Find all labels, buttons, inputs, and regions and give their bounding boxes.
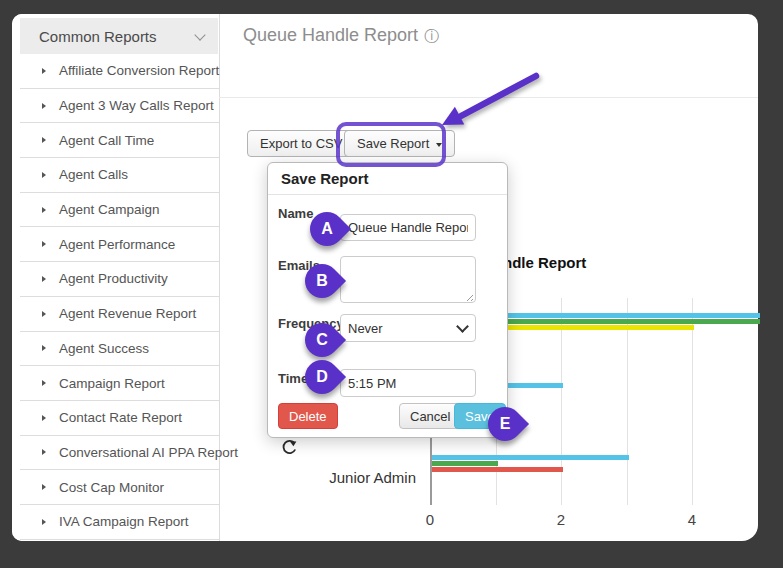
export-to-csv-button[interactable]: Export to CSV	[247, 130, 355, 157]
sidebar-item[interactable]: Agent Performance	[20, 227, 219, 262]
sidebar-item-label: Agent Productivity	[59, 271, 168, 286]
caret-right-icon	[42, 241, 46, 247]
emails-field[interactable]	[340, 256, 476, 303]
sidebar-item[interactable]: Conversational AI PPA Report	[20, 436, 219, 471]
sidebar-item[interactable]: Agent Calls	[20, 158, 219, 193]
sidebar-item-label: Agent Success	[59, 341, 149, 356]
sidebar-item-label: Agent Campaign	[59, 202, 160, 217]
caret-right-icon	[42, 68, 46, 74]
caret-right-icon	[42, 380, 46, 386]
sidebar-item[interactable]: Agent Campaign	[20, 193, 219, 228]
badge-d-annotation: D	[298, 353, 346, 401]
sidebar-item-label: Agent 3 Way Calls Report	[59, 98, 214, 113]
header-divider	[219, 97, 758, 98]
save-report-button-label: Save Report	[357, 136, 429, 151]
info-icon[interactable]: ⓘ	[424, 27, 439, 44]
chart-x-tick-label: 2	[557, 511, 565, 528]
chart-bar	[432, 455, 629, 460]
sidebar-item-label: Agent Performance	[59, 237, 175, 252]
sidebar-item-label: Agent Revenue Report	[59, 306, 196, 321]
sidebar-item-label: Conversational AI PPA Report	[59, 445, 238, 460]
caret-right-icon	[42, 449, 46, 455]
sidebar-item[interactable]: Agent 3 Way Calls Report	[20, 89, 219, 124]
sidebar-header-common-reports[interactable]: Common Reports	[20, 18, 218, 54]
frequency-select[interactable]: Never	[340, 314, 476, 342]
caret-right-icon	[42, 519, 46, 525]
sidebar-item-label: IVA Campaign Report	[59, 514, 189, 529]
badge-a-annotation: A	[303, 205, 351, 253]
sidebar-header-label: Common Reports	[39, 28, 157, 45]
caret-right-icon	[42, 345, 46, 351]
sidebar-item-label: Cost Cap Monitor	[59, 480, 164, 495]
time-field[interactable]	[340, 369, 476, 397]
chart-bar	[432, 461, 498, 466]
badge-d-label: D	[305, 360, 339, 394]
time-label: Time	[278, 371, 308, 386]
sidebar-item-label: Affiliate Conversion Report	[59, 63, 219, 78]
cancel-button[interactable]: Cancel	[399, 403, 461, 429]
sidebar-item[interactable]: Contact Rate Report	[20, 401, 219, 436]
badge-a-label: A	[310, 212, 344, 246]
caret-right-icon	[42, 103, 46, 109]
chart-x-tick-label: 4	[688, 511, 696, 528]
save-report-button[interactable]: Save Report	[344, 130, 455, 157]
sidebar-item-label: Contact Rate Report	[59, 410, 182, 425]
sidebar-item-label: Campaign Report	[59, 376, 165, 391]
modal-header: Save Report	[268, 163, 507, 195]
badge-c-annotation: C	[298, 316, 346, 364]
caret-right-icon	[42, 276, 46, 282]
modal-title: Save Report	[281, 170, 369, 187]
caret-right-icon	[42, 137, 46, 143]
sidebar-item[interactable]: Agent Success	[20, 332, 219, 367]
refresh-icon[interactable]	[280, 438, 299, 457]
name-field[interactable]	[340, 214, 476, 241]
save-report-modal: Save Report Name Emails Frequency Never …	[267, 162, 508, 438]
badge-c-label: C	[305, 323, 339, 357]
badge-e-label: E	[488, 407, 522, 441]
chart-category-label: Junior Admin	[298, 469, 416, 486]
caret-right-icon	[42, 311, 46, 317]
caret-right-icon	[42, 207, 46, 213]
sidebar-item[interactable]: Affiliate Conversion Report	[20, 54, 219, 89]
sidebar-item[interactable]: Campaign Report	[20, 366, 219, 401]
sidebar-item[interactable]: Agent Revenue Report	[20, 297, 219, 332]
sidebar-item[interactable]: IVA Campaign Report	[20, 505, 219, 540]
name-label: Name	[278, 206, 313, 221]
page-title: Queue Handle Reportⓘ	[243, 25, 439, 46]
page-title-text: Queue Handle Report	[243, 25, 418, 45]
caret-right-icon	[42, 484, 46, 490]
sidebar-item[interactable]: Cost Cap Monitor	[20, 470, 219, 505]
sidebar-item[interactable]: Agent Call Time	[20, 123, 219, 158]
sidebar-item-label: Agent Call Time	[59, 133, 154, 148]
sidebar-item[interactable]: Agent Productivity	[20, 262, 219, 297]
delete-button[interactable]: Delete	[278, 403, 338, 429]
badge-e-annotation: E	[481, 400, 529, 448]
caret-down-icon	[436, 143, 442, 147]
badge-b-annotation: B	[298, 257, 346, 305]
sidebar-list: Affiliate Conversion Report Agent 3 Way …	[12, 54, 219, 540]
chart-bar	[432, 467, 563, 472]
sidebar: Common Reports Affiliate Conversion Repo…	[12, 14, 220, 541]
badge-b-label: B	[305, 264, 339, 298]
caret-right-icon	[42, 415, 46, 421]
chart-x-tick-label: 0	[426, 511, 434, 528]
sidebar-item-label: Agent Calls	[59, 167, 128, 182]
caret-right-icon	[42, 172, 46, 178]
chevron-down-icon	[194, 29, 205, 40]
